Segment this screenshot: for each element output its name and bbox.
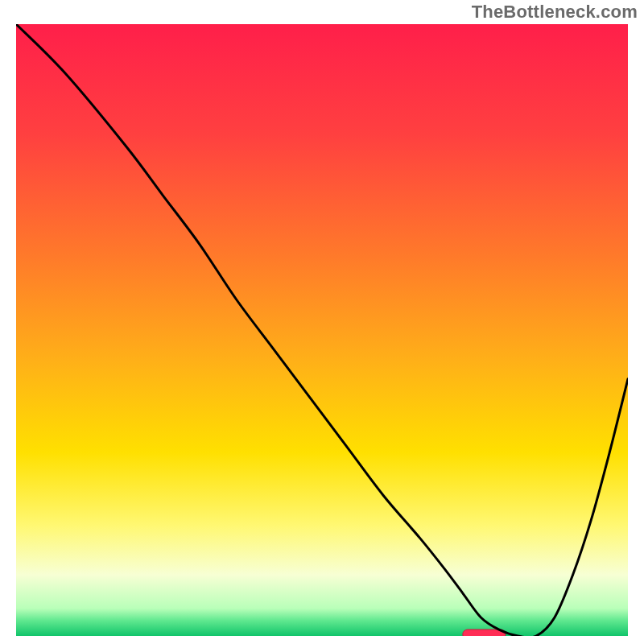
chart-svg — [16, 24, 628, 636]
watermark-text: TheBottleneck.com — [472, 2, 638, 23]
gradient-background — [16, 24, 628, 636]
chart-plot-area — [16, 24, 628, 636]
